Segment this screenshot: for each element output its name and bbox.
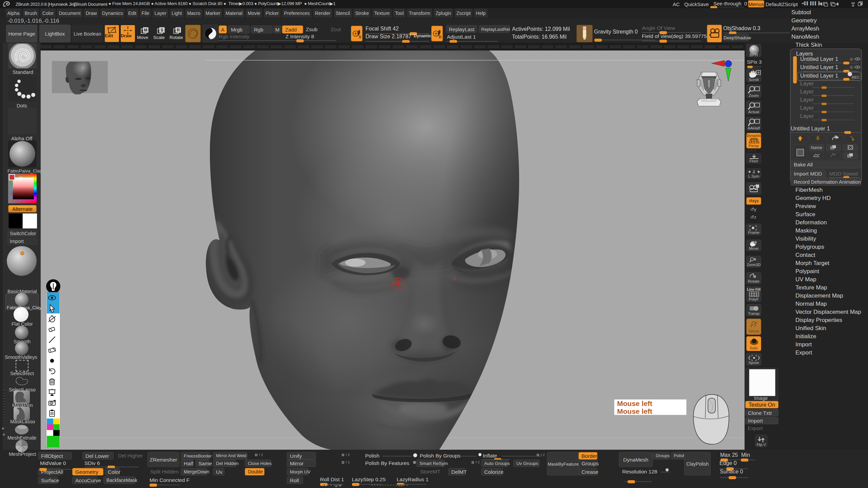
- svg-text:Mouse left: Mouse left: [617, 400, 652, 407]
- svg-text:S: S: [161, 28, 163, 33]
- svg-text:I: I: [753, 171, 753, 174]
- svg-text:R: R: [177, 28, 180, 33]
- svg-text:Mouse left: Mouse left: [617, 407, 652, 415]
- svg-text:M: M: [144, 28, 147, 33]
- svg-text:D: D: [439, 35, 441, 39]
- svg-text:S: S: [359, 35, 361, 39]
